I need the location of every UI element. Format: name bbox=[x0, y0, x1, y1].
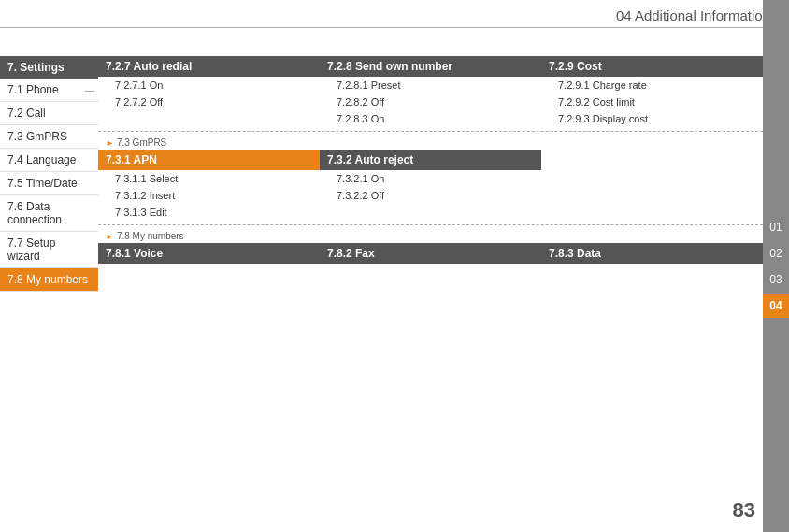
apn-sub-select: 7.3.1.1 Select bbox=[98, 170, 320, 187]
autoredial-sub-off: 7.2.7.2 Off bbox=[98, 93, 320, 110]
right-bar-03: 03 bbox=[763, 267, 789, 292]
autoredial-sub-on: 7.2.7.1 On bbox=[98, 77, 320, 93]
autoreject-sub-off: 7.3.2.2 Off bbox=[320, 187, 541, 204]
triangle-icon-mynumbers: ► bbox=[106, 232, 114, 241]
sidebar-item-gmprs[interactable]: 7.3 GmPRS bbox=[0, 125, 98, 149]
sidebar-item-language[interactable]: 7.4 Language bbox=[0, 149, 98, 172]
sidebar-item-setupwizard[interactable]: 7.7 Setup wizard bbox=[0, 232, 98, 268]
triangle-icon-gmprs: ► bbox=[106, 138, 114, 148]
gmprs-sublabel: ► 7.3 GmPRS bbox=[98, 136, 763, 150]
sidebar-item-call[interactable]: 7.2 Call bbox=[0, 102, 98, 125]
sendown-sub-preset: 7.2.8.1 Preset bbox=[320, 77, 541, 93]
page-header: 04 Additional Information bbox=[0, 0, 789, 28]
col-sendown: 7.2.8 Send own number 7.2.8.1 Preset 7.2… bbox=[320, 56, 541, 127]
section-3: 7.8.1 Voice 7.8.2 Fax 7.8.3 Data bbox=[98, 243, 763, 264]
arrow-icon: — bbox=[85, 85, 94, 95]
cost-sub-chargerate: 7.2.9.1 Charge rate bbox=[541, 77, 763, 93]
cost-sub-displaycost: 7.2.9.3 Display cost bbox=[541, 110, 763, 127]
col-autoredial: 7.2.7 Auto redial 7.2.7.1 On 7.2.7.2 Off bbox=[98, 56, 320, 127]
autoredial-header: 7.2.7 Auto redial bbox=[98, 56, 320, 77]
col-autoreject: 7.3.2 Auto reject 7.3.2.1 On 7.3.2.2 Off bbox=[320, 150, 541, 221]
sendown-sub-on: 7.2.8.3 On bbox=[320, 110, 541, 127]
col-empty bbox=[541, 150, 763, 221]
sidebar-item-dataconn[interactable]: 7.6 Data connection bbox=[0, 195, 98, 232]
right-bar-02: 02 bbox=[763, 241, 789, 266]
mynumbers-sublabel: ► 7.8 My numbers bbox=[98, 229, 763, 243]
fax-header: 7.8.2 Fax bbox=[320, 243, 541, 264]
header-title: 04 Additional Information bbox=[616, 7, 770, 23]
sendown-sub-off: 7.2.8.2 Off bbox=[320, 93, 541, 110]
col-data: 7.8.3 Data bbox=[541, 243, 763, 264]
sidebar-item-timedate[interactable]: 7.5 Time/Date bbox=[0, 172, 98, 195]
apn-header: 7.3.1 APN bbox=[98, 150, 320, 170]
sidebar-item-phone[interactable]: 7.1 Phone — bbox=[0, 79, 98, 102]
right-bar-04: 04 bbox=[763, 294, 789, 318]
sidebar-item-mynumbers[interactable]: 7.8 My numbers bbox=[0, 268, 98, 292]
right-bar: 01 02 03 04 bbox=[763, 0, 789, 532]
right-bar-01: 01 bbox=[763, 215, 789, 239]
apn-sub-insert: 7.3.1.2 Insert bbox=[98, 187, 320, 204]
section-1: 7.2.7 Auto redial 7.2.7.1 On 7.2.7.2 Off… bbox=[98, 56, 763, 127]
cost-sub-costlimit: 7.2.9.2 Cost limit bbox=[541, 93, 763, 110]
sidebar-title: 7. Settings bbox=[0, 56, 98, 79]
col-apn: 7.3.1 APN 7.3.1.1 Select 7.3.1.2 Insert … bbox=[98, 150, 320, 221]
dashed-separator-2 bbox=[98, 224, 763, 225]
col-cost: 7.2.9 Cost 7.2.9.1 Charge rate 7.2.9.2 C… bbox=[541, 56, 763, 127]
sidebar: 7. Settings 7.1 Phone — 7.2 Call 7.3 GmP… bbox=[0, 28, 98, 532]
section-2: 7.3.1 APN 7.3.1.1 Select 7.3.1.2 Insert … bbox=[98, 150, 763, 221]
autoreject-header: 7.3.2 Auto reject bbox=[320, 150, 541, 170]
sendown-header: 7.2.8 Send own number bbox=[320, 56, 541, 77]
cost-header: 7.2.9 Cost bbox=[541, 56, 763, 77]
apn-sub-edit: 7.3.1.3 Edit bbox=[98, 204, 320, 221]
main-content: 7. Settings 7.1 Phone — 7.2 Call 7.3 GmP… bbox=[0, 28, 763, 532]
data-header: 7.8.3 Data bbox=[541, 243, 763, 264]
menu-area: 7.2.7 Auto redial 7.2.7.1 On 7.2.7.2 Off… bbox=[98, 28, 763, 532]
dashed-separator-1 bbox=[98, 131, 763, 132]
col-voice: 7.8.1 Voice bbox=[98, 243, 320, 264]
col-fax: 7.8.2 Fax bbox=[320, 243, 541, 264]
autoreject-sub-on: 7.3.2.1 On bbox=[320, 170, 541, 187]
voice-header: 7.8.1 Voice bbox=[98, 243, 320, 264]
